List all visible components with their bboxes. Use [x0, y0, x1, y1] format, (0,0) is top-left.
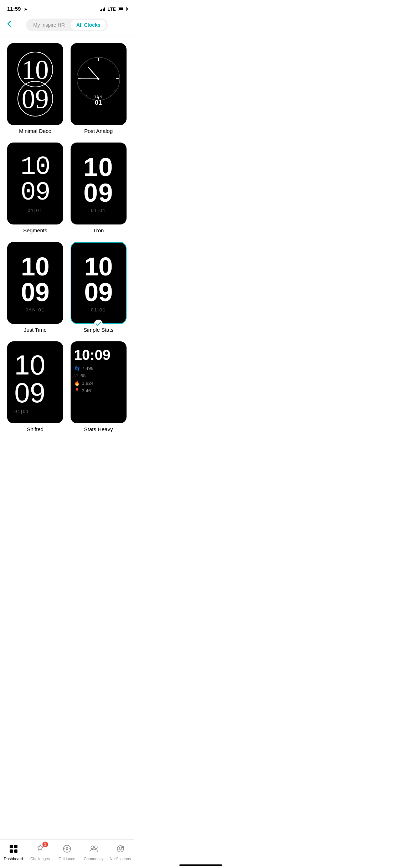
selected-checkmark	[94, 320, 103, 328]
status-time-container: 11:59 ➤	[7, 6, 27, 12]
signal-bar-2	[101, 9, 102, 11]
clock-label-post-analog: Post Analog	[84, 128, 113, 134]
status-time: 11:59	[7, 6, 21, 12]
clock-item-segments[interactable]: 10 09 01|01 Segments	[7, 143, 63, 233]
stats-heavy-content: 10:09 👣 7,498 ♡ 68 🔥 1,824 📍	[71, 348, 127, 393]
simple-stats-time: 10 09 01|01	[71, 254, 126, 312]
just-time-hour: 10	[21, 254, 50, 279]
clock-list: 10 09 Minimal Deco	[0, 36, 134, 471]
just-time-min: 09	[21, 279, 50, 305]
clock-item-shifted[interactable]: 10 09 01|01 Shifted	[7, 341, 63, 432]
status-bar: 11:59 ➤ LTE	[0, 0, 134, 16]
stats-calories-row: 🔥 1,824	[74, 381, 127, 386]
just-time-time: 10 09 JAN 01	[7, 254, 63, 312]
minimal-deco-min: 09	[17, 81, 53, 117]
stats-steps: 7,498	[82, 366, 94, 371]
location-icon: ➤	[24, 7, 27, 12]
tab-my-inspire[interactable]: My Inspire HR	[27, 20, 71, 30]
tron-min: 09	[83, 180, 113, 206]
lte-label: LTE	[107, 6, 116, 12]
tron-time: 10 09 01|01	[71, 154, 127, 213]
just-time-date: JAN 01	[25, 307, 45, 312]
battery-icon	[118, 7, 127, 11]
steps-icon: 👣	[74, 366, 80, 371]
simple-stats-date: 01|01	[91, 307, 106, 312]
clock-face-just-time: 10 09 JAN 01	[7, 242, 63, 324]
svg-point-15	[97, 78, 99, 80]
heart-icon: ♡	[74, 373, 78, 378]
clock-label-just-time: Just Time	[24, 327, 47, 333]
shifted-time: 10 09 01|01	[7, 351, 63, 414]
tab-all-clocks[interactable]: All Clocks	[71, 20, 106, 30]
back-button[interactable]	[7, 20, 11, 30]
signal-bar-3	[103, 9, 104, 11]
flame-icon: 🔥	[74, 381, 80, 386]
analog-clock-svg: JAN 01	[73, 54, 123, 114]
clock-item-minimal-deco[interactable]: 10 09 Minimal Deco	[7, 43, 63, 134]
clock-item-stats-heavy[interactable]: 10:09 👣 7,498 ♡ 68 🔥 1,824 📍	[71, 341, 127, 432]
signal-bars	[100, 7, 105, 11]
clock-grid: 10 09 Minimal Deco	[0, 36, 134, 439]
clock-face-shifted: 10 09 01|01	[7, 341, 63, 423]
stats-distance-row: 📍 3.46	[74, 388, 127, 393]
clock-label-minimal-deco: Minimal Deco	[19, 128, 51, 134]
clock-item-just-time[interactable]: 10 09 JAN 01 Just Time	[7, 242, 63, 333]
signal-bar-4	[104, 7, 105, 11]
svg-line-13	[88, 67, 98, 79]
clock-face-stats-heavy: 10:09 👣 7,498 ♡ 68 🔥 1,824 📍	[71, 341, 127, 423]
stats-heart-row: ♡ 68	[74, 373, 127, 378]
shifted-hour: 10	[14, 351, 45, 379]
clock-face-minimal-deco: 10 09	[7, 43, 63, 125]
shifted-date: 01|01	[14, 409, 29, 414]
stats-distance: 3.46	[82, 388, 91, 393]
clock-face-segments: 10 09 01|01	[7, 143, 63, 224]
svg-text:JAN: JAN	[94, 95, 103, 99]
signal-bar-1	[100, 10, 101, 11]
clock-face-simple-stats: 10 09 01|01	[71, 242, 127, 324]
clock-label-segments: Segments	[23, 227, 47, 233]
shifted-min: 09	[14, 379, 45, 407]
clock-label-tron: Tron	[93, 227, 104, 233]
clock-face-tron: 10 09 01|01	[71, 143, 127, 224]
stats-heavy-time: 10:09	[74, 348, 127, 362]
clock-item-simple-stats[interactable]: 10 09 01|01 Simple Stats	[71, 242, 127, 333]
location-pin-icon: 📍	[74, 388, 80, 393]
nav-bar: My Inspire HR All Clocks	[0, 16, 134, 36]
simple-stats-hour: 10	[84, 254, 113, 279]
stats-calories: 1,824	[82, 381, 94, 386]
segments-date: 01|01	[28, 208, 43, 213]
tab-selector: My Inspire HR All Clocks	[26, 19, 107, 31]
simple-stats-min: 09	[84, 279, 113, 305]
clock-item-tron[interactable]: 10 09 01|01 Tron	[71, 143, 127, 233]
stats-steps-row: 👣 7,498	[74, 366, 127, 371]
status-right: LTE	[100, 6, 127, 12]
clock-item-post-analog[interactable]: JAN 01 Post Analog	[71, 43, 127, 134]
segments-time: 10 09 01|01	[7, 154, 63, 213]
clock-label-stats-heavy: Stats Heavy	[84, 426, 113, 432]
battery-fill	[119, 7, 123, 10]
clock-face-post-analog: JAN 01	[71, 43, 127, 125]
stats-heart: 68	[81, 373, 86, 378]
tron-date: 01|01	[91, 208, 106, 213]
segments-min: 09	[21, 180, 50, 206]
tron-hour: 10	[83, 154, 113, 180]
segments-hour: 10	[21, 154, 50, 180]
clock-label-shifted: Shifted	[27, 426, 43, 432]
svg-text:01: 01	[95, 99, 102, 106]
